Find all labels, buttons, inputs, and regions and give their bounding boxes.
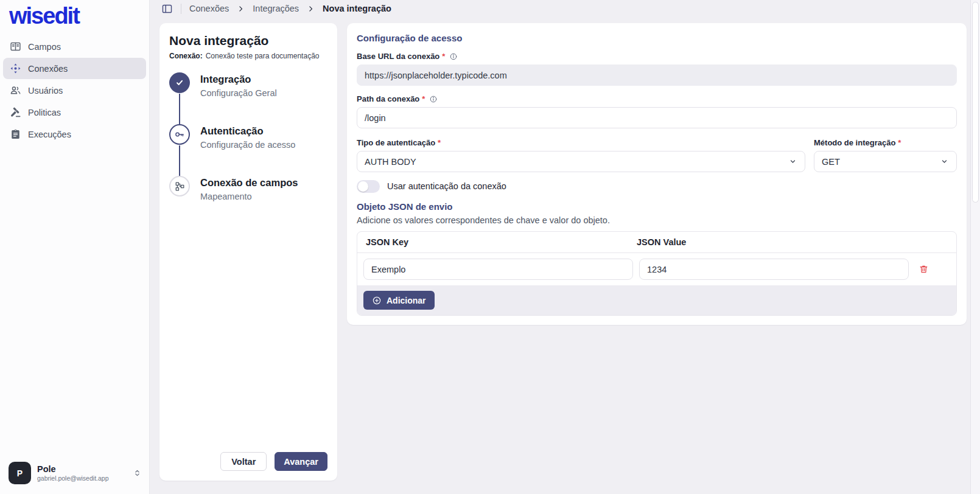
schema-icon <box>175 181 185 192</box>
key-icon <box>174 129 185 140</box>
step-conexao-campos[interactable]: Conexão de campos Mapeamento <box>169 176 327 203</box>
required-marker: * <box>898 138 901 147</box>
chevron-right-icon <box>307 5 315 13</box>
next-button[interactable]: Avançar <box>275 452 327 471</box>
user-name: Pole <box>37 464 108 475</box>
plus-circle-icon <box>372 296 382 305</box>
step-integracao[interactable]: Integração Configuração Geral <box>169 72 327 124</box>
move-icon <box>10 63 21 74</box>
info-icon[interactable] <box>429 95 438 103</box>
user-info: Pole gabriel.pole@wisedit.app <box>37 464 108 482</box>
section-heading: Configuração de acesso <box>357 33 957 43</box>
user-menu[interactable]: P Pole gabriel.pole@wisedit.app <box>0 454 149 494</box>
wizard-panel: Nova integração Conexão:Conexão teste pa… <box>159 23 337 481</box>
page-title: Nova integração <box>169 33 327 49</box>
sidebar-item-campos[interactable]: Campos <box>3 36 146 57</box>
sidebar-item-label: Conexões <box>28 64 68 74</box>
step-title: Conexão de campos <box>200 176 298 189</box>
auth-type-label-row: Tipo de autenticação * <box>357 138 805 147</box>
scrollbar-thumb[interactable] <box>972 2 979 203</box>
add-row-label: Adicionar <box>387 296 426 305</box>
step-title: Autenticação <box>200 125 295 137</box>
step-autenticacao[interactable]: Autenticação Configuração de acesso <box>169 124 327 176</box>
json-key-header: JSON Key <box>366 237 637 247</box>
avatar: P <box>9 462 31 484</box>
json-section-heading: Objeto JSON de envio <box>357 201 957 212</box>
path-field[interactable] <box>357 107 957 128</box>
sidebar-item-label: Campos <box>28 42 61 52</box>
wizard-footer: Voltar Avançar <box>169 452 327 471</box>
method-label-row: Método de integração * <box>814 138 957 147</box>
step-texts: Integração Configuração Geral <box>200 72 277 99</box>
sidebar-item-execucoes[interactable]: Execuções <box>3 124 146 145</box>
json-table-header: JSON Key JSON Value <box>357 232 956 253</box>
step-circle-done <box>169 72 190 93</box>
path-label: Path da conexão <box>357 94 419 103</box>
json-table-footer: Adicionar <box>357 285 956 315</box>
access-config-panel: Configuração de acesso Base URL da conex… <box>347 23 967 325</box>
sidebar-item-politicas[interactable]: Politicas <box>3 102 146 123</box>
method-select[interactable]: GET <box>814 151 957 172</box>
clipboard-icon <box>10 128 21 140</box>
breadcrumb-integracoes[interactable]: Integrações <box>253 4 299 13</box>
json-key-field[interactable] <box>363 259 633 280</box>
auth-type-label: Tipo de autenticação <box>357 138 435 147</box>
base-url-label-row: Base URL da conexão * <box>357 52 957 61</box>
auth-type-value: AUTH BODY <box>365 157 416 167</box>
connection-summary: Conexão:Conexão teste para documentação <box>169 52 327 61</box>
json-table: JSON Key JSON Value <box>357 231 957 316</box>
info-icon[interactable] <box>449 52 458 61</box>
topbar-divider <box>181 4 181 14</box>
delete-row-button[interactable] <box>917 263 930 276</box>
toggle-knob <box>358 181 368 192</box>
gavel-icon <box>10 106 21 118</box>
json-table-row <box>357 253 956 285</box>
auth-type-select[interactable]: AUTH BODY <box>357 151 805 172</box>
path-label-row: Path da conexão * <box>357 94 957 103</box>
auth-type-group: Tipo de autenticação * AUTH BODY <box>357 138 805 172</box>
required-marker: * <box>442 52 445 61</box>
users-icon <box>10 85 21 96</box>
method-label: Método de integração <box>814 138 895 147</box>
sidebar: wisedit Campos Conexões <box>0 0 150 494</box>
connection-label: Conexão: <box>169 52 203 60</box>
unfold-icon <box>133 468 142 478</box>
user-email: gabriel.pole@wisedit.app <box>37 475 108 482</box>
sidebar-item-label: Usuários <box>28 86 63 96</box>
brand-logo: wisedit <box>0 0 149 30</box>
sidebar-item-conexoes[interactable]: Conexões <box>3 58 146 79</box>
json-section-description: Adicione os valores correspondentes de c… <box>357 215 957 225</box>
step-title: Integração <box>200 73 277 86</box>
base-url-field[interactable] <box>357 64 957 86</box>
add-row-button[interactable]: Adicionar <box>363 291 435 310</box>
required-marker: * <box>438 138 441 147</box>
stepper: Integração Configuração Geral Autenticaç… <box>169 72 327 203</box>
connection-value: Conexão teste para documentação <box>206 52 320 60</box>
check-icon <box>174 77 185 88</box>
required-marker: * <box>422 94 425 103</box>
step-subtitle: Configuração de acesso <box>200 139 295 151</box>
breadcrumb-conexoes[interactable]: Conexões <box>189 4 229 13</box>
trash-icon <box>919 264 929 274</box>
sidebar-nav: Campos Conexões Usuários <box>0 35 149 145</box>
step-circle-upcoming <box>169 176 190 197</box>
step-subtitle: Mapeamento <box>200 191 298 203</box>
main-area: Conexões Integrações Nova integração Nov… <box>150 0 980 494</box>
breadcrumb-items: Conexões Integrações Nova integração <box>189 4 391 13</box>
back-button[interactable]: Voltar <box>220 452 267 471</box>
sidebar-item-usuarios[interactable]: Usuários <box>3 80 146 101</box>
sidebar-item-label: Execuções <box>28 130 71 139</box>
sidebar-item-label: Politicas <box>28 108 61 117</box>
step-texts: Conexão de campos Mapeamento <box>200 176 298 203</box>
json-value-header: JSON Value <box>637 237 948 247</box>
chevron-right-icon <box>237 5 245 13</box>
auth-method-row: Tipo de autenticação * AUTH BODY Método … <box>357 138 957 172</box>
step-texts: Autenticação Configuração de acesso <box>200 124 295 151</box>
use-auth-toggle[interactable] <box>357 180 380 193</box>
chevron-down-icon <box>788 157 797 166</box>
breadcrumb-current: Nova integração <box>323 4 391 13</box>
panel-toggle-icon[interactable] <box>161 3 173 15</box>
use-auth-label: Usar autenticação da conexão <box>387 181 506 191</box>
json-value-field[interactable] <box>639 259 909 280</box>
book-icon <box>10 41 21 52</box>
